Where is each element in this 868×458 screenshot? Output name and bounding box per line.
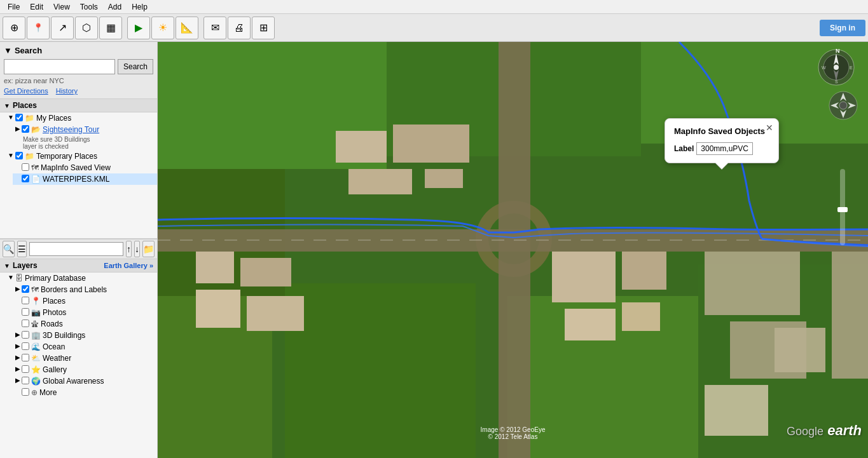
global-awareness-item[interactable]: ▶ 🌍 Global Awareness	[13, 375, 157, 387]
menu-view[interactable]: View	[48, 1, 75, 13]
zoom-slider[interactable]	[840, 169, 845, 245]
roads-icon: 🛣	[31, 320, 39, 328]
search-bottom-input[interactable]	[29, 242, 123, 256]
ocean-label: Ocean	[43, 342, 65, 351]
get-directions-link[interactable]: Get Directions	[4, 87, 48, 95]
earth-gallery-link[interactable]: Earth Gallery »	[104, 262, 153, 269]
layers-header[interactable]: ▼ Layers Earth Gallery »	[0, 259, 157, 273]
menu-tools[interactable]: Tools	[75, 1, 103, 13]
left-panel: ▼ Search Search ex: pizza near NYC Get D…	[0, 42, 158, 458]
weather-icon: ⛅	[31, 354, 41, 363]
search-bottom-btn[interactable]: 🔍	[3, 241, 15, 257]
move-up-btn[interactable]: ↑	[126, 241, 132, 257]
search-links: Get Directions History	[4, 87, 153, 95]
history-link[interactable]: History	[56, 87, 78, 95]
search-input[interactable]	[4, 59, 115, 74]
sightseeing-tour-item[interactable]: ▶ 📂 Sightseeing Tour	[13, 124, 157, 135]
ocean-checkbox[interactable]	[22, 342, 29, 350]
ruler-btn[interactable]: 📐	[176, 17, 198, 39]
more-item[interactable]: ▶ ⊕ More	[13, 387, 157, 398]
list-view-btn[interactable]: ☰	[17, 241, 27, 257]
overlay-btn[interactable]: ▦	[99, 17, 122, 39]
zoom-thumb[interactable]	[837, 207, 848, 212]
my-places-label: My Places	[36, 114, 71, 123]
svg-text:S: S	[835, 79, 838, 84]
earth-text: earth	[827, 422, 862, 438]
search-input-row: Search	[4, 59, 153, 74]
places-layer-checkbox[interactable]	[22, 297, 29, 304]
map-area[interactable]: ✕ MapInfo Saved Objects Label 300mm,uPVC…	[158, 42, 868, 458]
svg-rect-22	[552, 252, 616, 302]
3d-buildings-checkbox[interactable]	[22, 331, 29, 339]
roads-item[interactable]: ▶ 🛣 Roads	[13, 318, 157, 330]
primary-db-item[interactable]: ▼ 🗄 Primary Database	[5, 273, 157, 284]
mapinfo-view-item[interactable]: ▶ 🗺 MapInfo Saved View	[13, 162, 157, 173]
places-layer-item[interactable]: ▶ 📍 Places	[13, 295, 157, 307]
menu-help[interactable]: Help	[127, 1, 153, 13]
search-button[interactable]: Search	[118, 59, 153, 74]
expand-arrow3: ▼	[8, 152, 14, 159]
sign-in-button[interactable]: Sign in	[820, 20, 865, 36]
popup-close-button[interactable]: ✕	[766, 123, 773, 133]
temp-places-checkbox[interactable]	[15, 152, 23, 159]
svg-rect-29	[775, 328, 825, 372]
places-header[interactable]: ▼ Places	[0, 99, 157, 112]
layers-title: Layers	[13, 261, 38, 270]
borders-checkbox[interactable]	[22, 285, 29, 293]
borders-item[interactable]: ▶ 🗺 Borders and Labels	[13, 284, 157, 295]
menu-edit[interactable]: Edit	[25, 1, 48, 13]
mapinfo-view-checkbox[interactable]	[22, 163, 29, 171]
sun-btn[interactable]: ☀	[151, 17, 174, 39]
copyright-notice: Image © 2012 GeoEye © 2012 Tele Atlas	[481, 426, 546, 440]
google-text: Google	[787, 425, 823, 438]
more-icon: ⊕	[31, 388, 38, 397]
my-places-checkbox[interactable]	[15, 114, 23, 121]
email-btn[interactable]: ✉	[203, 17, 226, 39]
global-awareness-checkbox[interactable]	[22, 377, 29, 384]
ocean-item[interactable]: ▶ 🌊 Ocean	[13, 341, 157, 353]
svg-text:E: E	[850, 65, 853, 70]
toolbar: ⊕ 📍 ↗ ⬡ ▦ ▶ ☀ 📐 ✉ 🖨 ⊞ Sign in	[0, 14, 868, 42]
svg-rect-21	[247, 296, 304, 331]
weather-item[interactable]: ▶ ⛅ Weather	[13, 353, 157, 364]
expand-arrow2: ▶	[15, 125, 20, 132]
weather-label: Weather	[43, 354, 71, 363]
borders-icon: 🗺	[31, 285, 39, 294]
print-btn[interactable]: 🖨	[228, 17, 251, 39]
gallery-icon: ⭐	[31, 365, 41, 374]
compass[interactable]: N E W S	[817, 48, 855, 86]
map-svg	[158, 42, 868, 458]
more-checkbox[interactable]	[22, 388, 29, 396]
gallery-checkbox[interactable]	[22, 365, 29, 373]
menu-add[interactable]: Add	[103, 1, 127, 13]
expand-arrow: ▼	[8, 114, 14, 121]
bottom-toolbar: 🔍 ☰ ↑ ↓ 📁	[0, 239, 157, 259]
gallery-item[interactable]: ▶ ⭐ Gallery	[13, 364, 157, 375]
menu-file[interactable]: File	[3, 1, 25, 13]
waterpipes-checkbox[interactable]	[22, 175, 29, 182]
sightseeing-checkbox[interactable]	[22, 125, 29, 133]
view-icon: 🗺	[31, 163, 39, 172]
my-places-item[interactable]: ▼ 📁 My Places	[5, 112, 157, 124]
places-section: ▼ Places ▼ 📁 My Places ▶ 📂 Sightseeing T…	[0, 99, 157, 239]
temp-places-item[interactable]: ▼ 📁 Temporary Places	[5, 151, 157, 162]
view-in-maps-btn[interactable]: ⊞	[252, 17, 275, 39]
3d-buildings-item[interactable]: ▶ 🏢 3D Buildings	[13, 330, 157, 341]
nav-tool-btn[interactable]: ⊕	[3, 17, 25, 39]
record-tour-btn[interactable]: ▶	[127, 17, 150, 39]
photos-item[interactable]: ▶ 📷 Photos	[13, 307, 157, 318]
info-popup: ✕ MapInfo Saved Objects Label 300mm,uPVC	[665, 118, 779, 163]
search-header[interactable]: ▼ Search	[4, 46, 153, 55]
photos-checkbox[interactable]	[22, 308, 29, 316]
roads-checkbox[interactable]	[22, 320, 29, 327]
folder-btn[interactable]: 📁	[142, 241, 155, 257]
path-btn[interactable]: ↗	[51, 17, 74, 39]
global-icon: 🌍	[31, 377, 41, 386]
placemark-btn[interactable]: 📍	[27, 17, 50, 39]
sightseeing-label[interactable]: Sightseeing Tour	[43, 125, 99, 134]
waterpipes-item[interactable]: ▶ 📄 WATERPIPES.KML	[13, 173, 157, 185]
popup-title: MapInfo Saved Objects	[674, 126, 769, 136]
polygon-btn[interactable]: ⬡	[75, 17, 98, 39]
move-down-btn[interactable]: ↓	[134, 241, 140, 257]
weather-checkbox[interactable]	[22, 354, 29, 361]
